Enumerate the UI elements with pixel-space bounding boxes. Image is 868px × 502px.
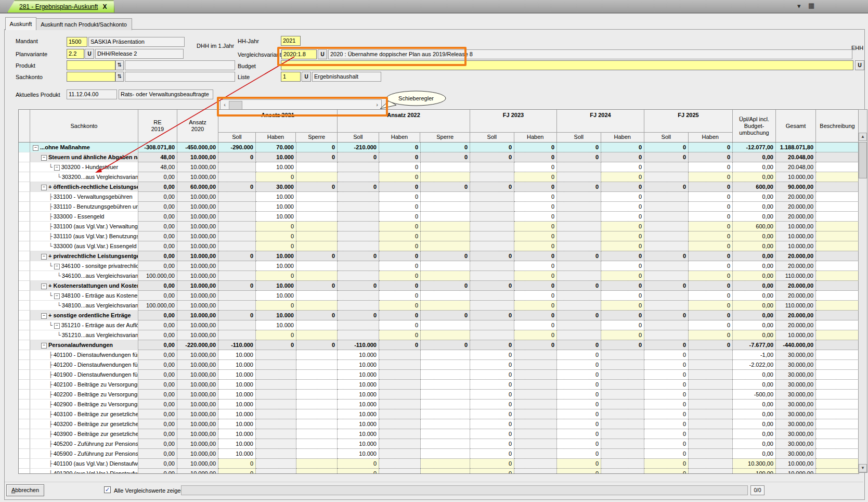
cell-sp22[interactable]: [421, 409, 470, 419]
cell-sp22[interactable]: [421, 202, 470, 212]
cell-gesamt[interactable]: 20.048,00: [776, 152, 816, 162]
cell-f24s[interactable]: 0: [557, 439, 601, 449]
cell-f25s[interactable]: [644, 222, 689, 231]
cell-beschreibung[interactable]: [816, 409, 859, 419]
abbrechen-button[interactable]: Abbrechen: [6, 484, 44, 496]
cell-f25s[interactable]: [644, 162, 689, 172]
cell-s21[interactable]: [218, 172, 256, 182]
cell-s22[interactable]: [338, 172, 379, 182]
cell-f24s[interactable]: 0: [557, 419, 601, 429]
scrollbar-thumb[interactable]: [229, 101, 242, 110]
row-label[interactable]: ├403900 - Beiträge zur gesetzlichen Sozi…: [30, 429, 138, 439]
document-tab[interactable]: 281 - Ergebnisplan-Auskunft X: [7, 1, 114, 12]
cell-sp22[interactable]: [421, 192, 470, 202]
cell-uepl[interactable]: 0,00: [733, 192, 776, 202]
cell-f24s[interactable]: 0: [557, 469, 601, 473]
cell-f24s[interactable]: 0: [557, 350, 601, 360]
table-row[interactable]: ├403100 - Beiträge zur gesetzlichen Sozi…: [19, 409, 859, 419]
sachkonto-spinner-icon[interactable]: ⇅: [115, 72, 124, 82]
table-row[interactable]: └−351210 - Erträge aus der Auflösung von…: [19, 320, 859, 330]
cell-uepl[interactable]: 0,00: [733, 172, 776, 182]
cell-f23h[interactable]: 0: [514, 291, 557, 301]
cell-sp22[interactable]: 0: [421, 281, 470, 291]
cell-f24h[interactable]: [601, 449, 644, 459]
cell-sp22[interactable]: [421, 419, 470, 429]
row-label[interactable]: └401200 (aus Vgl.Var.) Dienstaufwendunge…: [30, 469, 138, 473]
table-row[interactable]: −+ sonstige ordentliche Erträge0,0010.00…: [19, 311, 859, 320]
cell-f24h[interactable]: 0: [601, 182, 644, 192]
row-label[interactable]: ├331110 - Benutzungsgebühren und ähnlich…: [30, 202, 138, 212]
cell-re[interactable]: 0,00: [138, 291, 177, 301]
cell-gesamt[interactable]: 10.000,00: [776, 459, 816, 469]
cell-h21[interactable]: 0: [256, 172, 296, 182]
cell-f24h[interactable]: 0: [601, 222, 644, 231]
cell-f24s[interactable]: 0: [557, 340, 601, 350]
cell-re[interactable]: 100.000,00: [138, 271, 177, 281]
cell-f24h[interactable]: [601, 459, 644, 469]
cell-beschreibung[interactable]: [816, 449, 859, 459]
cell-f25h[interactable]: [689, 439, 733, 449]
cell-uepl[interactable]: 0,00: [733, 419, 776, 429]
cell-f24s[interactable]: 0: [557, 251, 601, 261]
cell-f23s[interactable]: [470, 291, 514, 301]
cell-s21[interactable]: [218, 261, 256, 271]
cell-uepl[interactable]: 0,00: [733, 400, 776, 409]
cell-f25h[interactable]: 0: [689, 311, 733, 320]
cell-h21[interactable]: 0: [256, 231, 296, 241]
cell-f25h[interactable]: [689, 419, 733, 429]
cell-f25h[interactable]: 0: [689, 162, 733, 172]
cell-h21[interactable]: [256, 449, 296, 459]
cell-s22[interactable]: [338, 241, 379, 251]
liste-input[interactable]: 1: [281, 72, 301, 82]
row-label[interactable]: └351210...aus Vergleichsvariante: [30, 330, 138, 340]
cell-h22[interactable]: 0: [379, 330, 421, 340]
cell-sp21[interactable]: 0: [296, 281, 338, 291]
cell-gesamt[interactable]: 20.000,00: [776, 320, 816, 330]
cell-f25s[interactable]: 0: [644, 350, 689, 360]
cell-f25h[interactable]: [689, 469, 733, 473]
cell-sp22[interactable]: [421, 172, 470, 182]
cell-f23h[interactable]: 0: [514, 251, 557, 261]
cell-beschreibung[interactable]: [816, 400, 859, 409]
planvariante-input[interactable]: 2.2: [67, 49, 84, 59]
row-label[interactable]: ├333000 - Essengeld: [30, 212, 138, 222]
cell-f23h[interactable]: 0: [514, 162, 557, 172]
cell-re[interactable]: 0,00: [138, 340, 177, 350]
cell-re[interactable]: 0,00: [138, 320, 177, 330]
cell-f23s[interactable]: 0: [470, 251, 514, 261]
cell-uepl[interactable]: 0,00: [733, 301, 776, 311]
cell-f23h[interactable]: 0: [514, 340, 557, 350]
cell-sp22[interactable]: [421, 212, 470, 222]
table-row[interactable]: └348100...aus Vergleichsvariante100.000,…: [19, 301, 859, 311]
cell-sp21[interactable]: [296, 429, 338, 439]
cell-s21[interactable]: [218, 301, 256, 311]
row-indicator[interactable]: [19, 419, 30, 429]
cell-beschreibung[interactable]: [816, 281, 859, 291]
cell-sp21[interactable]: [296, 291, 338, 301]
cell-h22[interactable]: [379, 390, 421, 400]
cell-f23h[interactable]: [514, 400, 557, 409]
table-row[interactable]: −Steuern und ähnliche Abgaben nac48,0010…: [19, 152, 859, 162]
cell-f25s[interactable]: 0: [644, 182, 689, 192]
cell-f23s[interactable]: 0: [470, 469, 514, 473]
cell-re[interactable]: 0,00: [138, 419, 177, 429]
cell-re[interactable]: 100.000,00: [138, 301, 177, 311]
cell-re[interactable]: 0,00: [138, 231, 177, 241]
cell-a2020[interactable]: 10.000,00: [177, 360, 218, 370]
cell-uepl[interactable]: 0,00: [733, 330, 776, 340]
cell-f25s[interactable]: [644, 241, 689, 251]
cell-f23s[interactable]: [470, 162, 514, 172]
cell-a2020[interactable]: 10.000,00: [177, 231, 218, 241]
cell-f24s[interactable]: [557, 301, 601, 311]
row-label[interactable]: ├403100 - Beiträge zur gesetzlichen Sozi…: [30, 409, 138, 419]
cell-f24s[interactable]: [557, 222, 601, 231]
cell-h21[interactable]: [256, 469, 296, 473]
cell-f25h[interactable]: [689, 360, 733, 370]
cell-a2020[interactable]: 10.000,00: [177, 370, 218, 380]
row-indicator[interactable]: [19, 400, 30, 409]
cell-sp22[interactable]: [421, 429, 470, 439]
cell-sp22[interactable]: [421, 390, 470, 400]
cell-uepl[interactable]: 0,00: [733, 202, 776, 212]
cell-f23s[interactable]: 0: [470, 182, 514, 192]
cell-gesamt[interactable]: 30.000,00: [776, 439, 816, 449]
